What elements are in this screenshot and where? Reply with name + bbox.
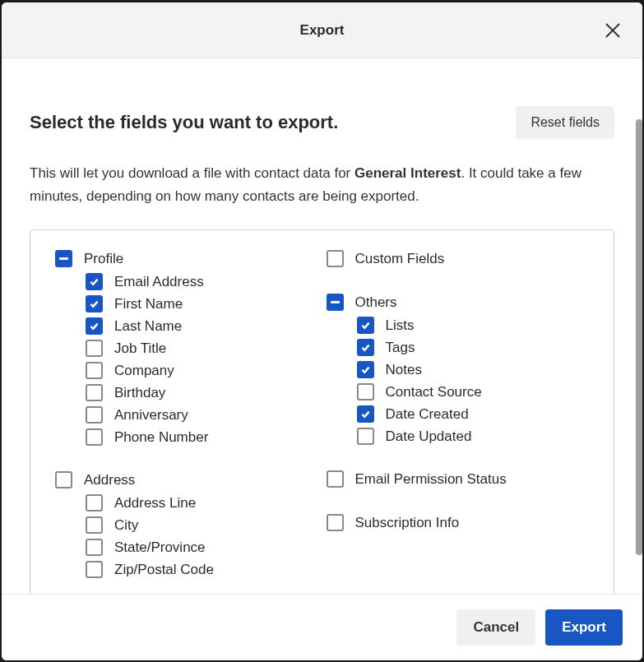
field-checkbox[interactable]	[86, 516, 103, 534]
group-checkbox[interactable]	[327, 294, 344, 311]
field-label: Phone Number	[114, 429, 208, 446]
field-label: Job Title	[114, 340, 166, 357]
page-heading: Select the fields you want to export.	[30, 112, 338, 133]
modal-title: Export	[300, 22, 345, 39]
field-checkbox[interactable]	[86, 384, 103, 401]
group-items: Email AddressFirst NameLast NameJob Titl…	[86, 271, 318, 448]
group-checkbox[interactable]	[55, 471, 72, 488]
group-label: Others	[355, 294, 397, 311]
field-item: Anniversary	[86, 404, 318, 426]
field-item: Contact Source	[357, 381, 590, 403]
field-label: Last Name	[114, 318, 182, 335]
field-label: Address Line	[114, 495, 196, 512]
field-label: First Name	[114, 296, 183, 312]
field-checkbox[interactable]	[86, 561, 103, 578]
field-item: Tags	[357, 336, 590, 359]
group-label: Address	[84, 472, 135, 488]
heading-row: Select the fields you want to export. Re…	[30, 106, 614, 139]
field-group: OthersListsTagsNotesContact SourceDate C…	[327, 294, 590, 447]
field-item: Address Line	[86, 492, 318, 514]
field-checkbox[interactable]	[86, 362, 103, 379]
field-item: Company	[86, 359, 318, 382]
field-label: Date Created	[386, 406, 469, 423]
field-checkbox[interactable]	[86, 295, 103, 312]
left-column: ProfileEmail AddressFirst NameLast NameJ…	[55, 250, 318, 594]
check-icon	[89, 276, 100, 287]
group-items: Address LineCityState/ProvinceZip/Postal…	[86, 492, 318, 581]
check-icon	[360, 320, 371, 331]
field-item: Date Updated	[357, 425, 590, 447]
field-checkbox[interactable]	[357, 428, 374, 445]
check-icon	[360, 364, 371, 375]
close-button[interactable]	[601, 19, 624, 42]
group-checkbox[interactable]	[327, 470, 344, 488]
field-label: Contact Source	[386, 384, 482, 400]
field-item: Email Address	[86, 271, 318, 293]
description-pre: This will let you download a file with c…	[30, 165, 354, 181]
check-icon	[360, 409, 371, 419]
field-checkbox[interactable]	[357, 361, 374, 378]
field-label: Company	[114, 363, 174, 379]
reset-fields-button[interactable]: Reset fields	[516, 106, 614, 139]
field-item: First Name	[86, 293, 318, 315]
field-checkbox[interactable]	[357, 383, 374, 400]
group-header: Others	[327, 294, 590, 311]
field-label: Zip/Postal Code	[114, 562, 214, 578]
group-checkbox[interactable]	[55, 250, 72, 267]
indeterminate-icon	[331, 301, 340, 303]
group-header: Address	[55, 471, 318, 488]
field-item: Date Created	[357, 403, 590, 425]
field-checkbox[interactable]	[86, 428, 103, 446]
group-header: Subscription Info	[327, 514, 590, 531]
field-checkbox[interactable]	[86, 340, 103, 357]
group-items: ListsTagsNotesContact SourceDate Created…	[357, 314, 590, 447]
field-checkbox[interactable]	[86, 406, 103, 424]
description-text: This will let you download a file with c…	[30, 162, 614, 208]
check-icon	[89, 321, 100, 331]
fields-container: ProfileEmail AddressFirst NameLast NameJ…	[30, 229, 614, 594]
scrollbar[interactable]	[636, 119, 642, 555]
export-button[interactable]: Export	[545, 609, 623, 646]
field-checkbox[interactable]	[357, 339, 374, 356]
group-label: Custom Fields	[355, 251, 445, 267]
group-checkbox[interactable]	[327, 514, 344, 531]
group-label: Profile	[84, 251, 123, 267]
field-checkbox[interactable]	[86, 539, 103, 556]
field-item: Notes	[357, 359, 590, 381]
modal-footer: Cancel Export	[2, 594, 642, 660]
field-checkbox[interactable]	[357, 317, 374, 334]
group-checkbox[interactable]	[327, 250, 344, 267]
right-column: Custom FieldsOthersListsTagsNotesContact…	[327, 250, 590, 594]
field-label: Birthday	[114, 385, 165, 401]
field-label: Anniversary	[114, 407, 188, 424]
group-label: Subscription Info	[355, 515, 460, 531]
field-item: Birthday	[86, 382, 318, 404]
field-checkbox[interactable]	[357, 405, 374, 423]
field-item: Phone Number	[86, 426, 318, 448]
field-group: AddressAddress LineCityState/ProvinceZip…	[55, 471, 318, 581]
close-icon	[604, 21, 622, 39]
field-checkbox[interactable]	[86, 317, 103, 335]
field-item: Last Name	[86, 315, 318, 337]
field-label: Date Updated	[386, 428, 472, 445]
cancel-button[interactable]: Cancel	[456, 609, 535, 646]
export-modal: Export Select the fields you want to exp…	[2, 2, 642, 660]
field-checkbox[interactable]	[86, 494, 103, 512]
group-header: Email Permission Status	[327, 470, 590, 488]
group-label: Email Permission Status	[355, 471, 507, 488]
group-header: Profile	[55, 250, 318, 267]
field-label: City	[114, 517, 138, 534]
field-label: Notes	[386, 362, 422, 378]
description-bold: General Interest	[354, 165, 461, 181]
field-item: Job Title	[86, 337, 318, 359]
field-label: State/Province	[114, 539, 206, 556]
modal-header: Export	[2, 2, 642, 58]
indeterminate-icon	[59, 257, 68, 260]
check-icon	[360, 342, 371, 353]
field-group: ProfileEmail AddressFirst NameLast NameJ…	[55, 250, 318, 448]
field-label: Email Address	[114, 274, 204, 290]
field-checkbox[interactable]	[86, 273, 103, 290]
field-group: Subscription Info	[327, 514, 590, 535]
check-icon	[89, 299, 100, 309]
group-header: Custom Fields	[327, 250, 590, 267]
